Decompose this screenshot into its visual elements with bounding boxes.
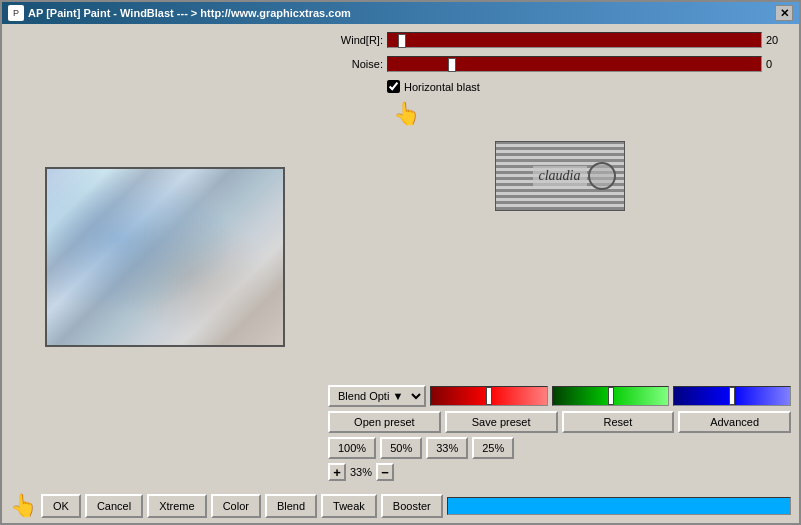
zoom-in-button[interactable]: + (328, 463, 346, 481)
stamp-circle-decoration (588, 162, 616, 190)
xtreme-button[interactable]: Xtreme (147, 494, 206, 518)
title-bar: P AP [Paint] Paint - WindBlast --- > htt… (2, 2, 799, 24)
horizontal-blast-label: Horizontal blast (404, 81, 480, 93)
wind-slider-row: Wind[R]: 20 (328, 32, 791, 48)
red-slider-thumb (486, 387, 492, 405)
noise-label: Noise: (328, 58, 383, 70)
pct-100-button[interactable]: 100% (328, 437, 376, 459)
red-slider[interactable] (430, 386, 548, 406)
main-area: Wind[R]: 20 Noise: 0 Ho (2, 24, 799, 489)
zoom-row: + 33% − (328, 463, 791, 481)
save-preset-button[interactable]: Save preset (445, 411, 558, 433)
blue-slider-thumb (729, 387, 735, 405)
horizontal-blast-checkbox[interactable] (387, 80, 400, 93)
pct-50-button[interactable]: 50% (380, 437, 422, 459)
wind-label: Wind[R]: (328, 34, 383, 46)
noise-slider-row: Noise: 0 (328, 56, 791, 72)
open-preset-button[interactable]: Open preset (328, 411, 441, 433)
pct-25-button[interactable]: 25% (472, 437, 514, 459)
app-icon: P (8, 5, 24, 21)
cyan-progress-bar (447, 497, 791, 515)
main-window: P AP [Paint] Paint - WindBlast --- > htt… (0, 0, 801, 525)
pct-33-button[interactable]: 33% (426, 437, 468, 459)
content-area: Wind[R]: 20 Noise: 0 Ho (2, 24, 799, 489)
preview-box (45, 167, 285, 347)
zoom-value: 33% (350, 466, 372, 478)
blend-options-dropdown[interactable]: Blend Opti ▼ (328, 385, 426, 407)
preview-image (47, 169, 283, 345)
noise-value: 0 (766, 58, 791, 70)
tweak-button[interactable]: Tweak (321, 494, 377, 518)
pointer-icon: 👆 (393, 101, 791, 127)
advanced-button[interactable]: Advanced (678, 411, 791, 433)
blue-slider[interactable] (673, 386, 791, 406)
color-sliders-row: Blend Opti ▼ (328, 385, 791, 407)
zoom-out-button[interactable]: − (376, 463, 394, 481)
blend-button[interactable]: Blend (265, 494, 317, 518)
stamp-preview: claudia (495, 141, 625, 211)
noise-slider[interactable] (387, 56, 762, 72)
right-panel: Wind[R]: 20 Noise: 0 Ho (328, 32, 791, 481)
close-button[interactable]: ✕ (775, 5, 793, 21)
ok-button[interactable]: OK (41, 494, 81, 518)
preset-buttons-row: Open preset Save preset Reset Advanced (328, 411, 791, 433)
stamp-text: claudia (533, 166, 587, 186)
green-slider-thumb (608, 387, 614, 405)
color-button[interactable]: Color (211, 494, 261, 518)
wind-slider[interactable] (387, 32, 762, 48)
cancel-button[interactable]: Cancel (85, 494, 143, 518)
wind-value: 20 (766, 34, 791, 46)
booster-button[interactable]: Booster (381, 494, 443, 518)
green-slider[interactable] (552, 386, 670, 406)
horizontal-blast-row: Horizontal blast (387, 80, 791, 93)
left-panel (10, 32, 320, 481)
title-bar-left: P AP [Paint] Paint - WindBlast --- > htt… (8, 5, 351, 21)
reset-button[interactable]: Reset (562, 411, 675, 433)
bottom-controls: Blend Opti ▼ Open (328, 385, 791, 481)
bottom-bar: 👆 OK Cancel Xtreme Color Blend Tweak Boo… (2, 489, 799, 523)
window-title: AP [Paint] Paint - WindBlast --- > http:… (28, 7, 351, 19)
bottom-pointer-icon: 👆 (10, 493, 37, 519)
percent-row: 100% 50% 33% 25% (328, 437, 791, 459)
